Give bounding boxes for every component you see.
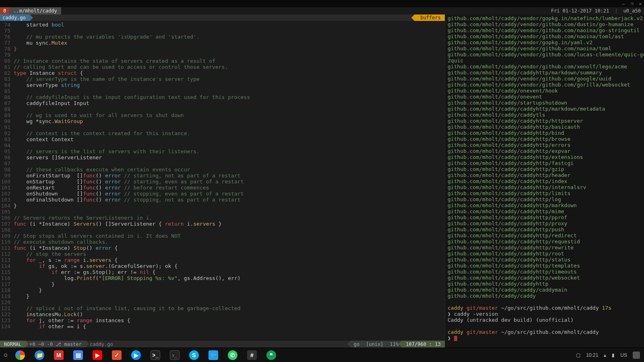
maximize-icon[interactable]: ❐ bbox=[631, 1, 634, 6]
tmux-tabline: 0 ..m/mholt/caddy Fri 01-12-2017 10:21 |… bbox=[0, 7, 644, 14]
minimize-icon[interactable]: — bbox=[622, 1, 625, 6]
battery-icon[interactable]: ▮ bbox=[612, 352, 615, 358]
taskbar-launchers: 📁 M ▤ ▶ ✓ ▶ >_ ›_ S 🐦 ✆ # ❝ bbox=[15, 350, 276, 360]
hangouts-icon[interactable]: ❝ bbox=[266, 350, 276, 360]
play-store-icon[interactable]: ▶ bbox=[131, 350, 141, 360]
vcs-segment: +0 ~0 -0 ⎇ master bbox=[25, 341, 86, 348]
files-icon[interactable]: 📁 bbox=[35, 350, 44, 360]
prompt-icon[interactable]: ›_ bbox=[170, 350, 180, 360]
buffer-tab-current[interactable]: caddy.go bbox=[0, 14, 30, 21]
whatsapp-icon[interactable]: ✆ bbox=[228, 350, 237, 360]
code-area[interactable]: 74 75 76 77 78 79 80 81 82 83 84 85 86 8… bbox=[0, 21, 445, 341]
gmail-icon[interactable]: M bbox=[54, 350, 64, 360]
taskbar: 📁 M ▤ ▶ ✓ ▶ >_ ›_ S 🐦 ✆ # ❝ ▢ 10:21 ▴ ▮ … bbox=[0, 348, 644, 362]
twitter-icon[interactable]: 🐦 bbox=[208, 350, 218, 360]
hash-icon[interactable]: # bbox=[247, 350, 257, 360]
tray-clock[interactable]: 10:21 bbox=[586, 352, 598, 358]
close-icon[interactable]: ✕ bbox=[639, 1, 642, 6]
workspace-number[interactable]: 0 bbox=[0, 7, 9, 14]
line-number-gutter: 74 75 76 77 78 79 80 81 82 83 84 85 86 8… bbox=[0, 21, 12, 341]
skype-icon[interactable]: S bbox=[189, 350, 199, 360]
source-code[interactable]: started bool // mu protects the variable… bbox=[12, 21, 445, 341]
system-tray: ▢ 10:21 ▴ ▮ US bbox=[576, 352, 640, 359]
mode-indicator: NORMAL bbox=[0, 341, 25, 348]
filename-segment: caddy.go bbox=[86, 341, 117, 348]
wifi-icon[interactable]: ▴ bbox=[604, 352, 606, 358]
window-title[interactable]: ..m/mholt/caddy bbox=[9, 7, 61, 14]
terminal-icon[interactable]: >_ bbox=[151, 350, 160, 360]
todoist-icon[interactable]: ✓ bbox=[112, 350, 122, 360]
tmux-clock: Fri 01-12-2017 10:21 bbox=[551, 8, 609, 14]
tmux-session: u0_a50 bbox=[623, 8, 641, 14]
docs-icon[interactable]: ▤ bbox=[73, 350, 83, 360]
chrome-icon[interactable] bbox=[15, 350, 25, 360]
buffer-tabline: caddy.go buffers bbox=[0, 14, 445, 21]
wm-titlebar: — ❐ ✕ bbox=[0, 0, 644, 7]
buffers-pill[interactable]: buffers bbox=[415, 14, 445, 21]
terminal-cursor bbox=[454, 336, 457, 341]
terminal-pane[interactable]: github.com/mholt/caddy/vendor/gopkg.in/n… bbox=[445, 14, 644, 348]
workspace-indicator-icon[interactable] bbox=[4, 354, 7, 357]
position-segment: 107/960 : 13 bbox=[402, 341, 445, 348]
youtube-icon[interactable]: ▶ bbox=[93, 350, 102, 360]
display-icon[interactable]: ▢ bbox=[576, 352, 580, 358]
vim-statusline: NORMAL +0 ~0 -0 ⎇ master caddy.go go [un… bbox=[0, 341, 445, 348]
editor-pane[interactable]: caddy.go buffers 74 75 76 77 78 79 80 81… bbox=[0, 14, 445, 348]
user-avatar-icon[interactable] bbox=[633, 352, 640, 359]
keyboard-layout[interactable]: US bbox=[620, 352, 627, 358]
